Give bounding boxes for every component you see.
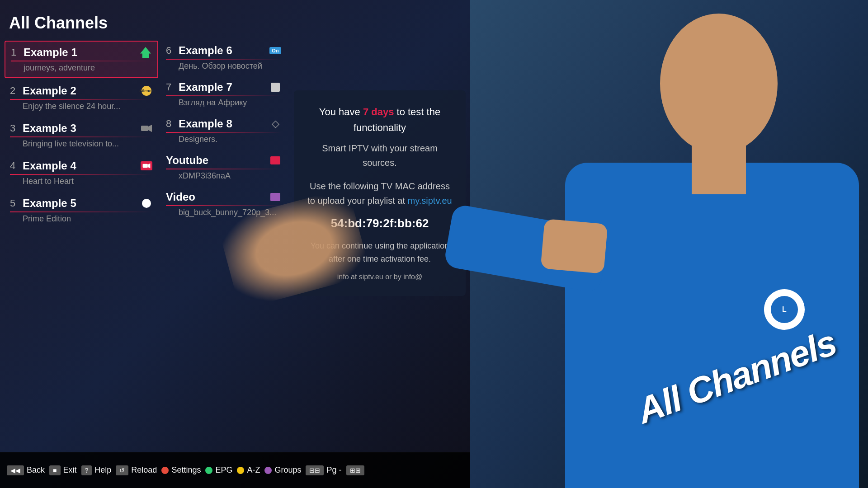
channel-divider-video	[166, 205, 282, 206]
channel-icon-7	[269, 83, 282, 92]
channel-icon-8: ◇	[269, 119, 282, 128]
channel-item-7[interactable]: 7 Example 7 Взгляд на Африку	[160, 77, 287, 111]
green-house-icon	[140, 47, 151, 58]
channel-icon-youtube	[269, 156, 282, 165]
white-square-icon	[271, 83, 280, 92]
channel-item-3[interactable]: 3 Example 3 Bringing live television to.…	[5, 117, 158, 153]
channel-icon-2: Silence	[140, 86, 153, 95]
toolbar-exit[interactable]: ■ Exit	[49, 465, 76, 475]
reload-btn-label: ↺	[116, 465, 128, 475]
subscribe-text: All Channels	[632, 322, 842, 432]
channel-desc-youtube: xDMP3i36naA	[166, 171, 282, 181]
channel-item-1[interactable]: 1 Example 1 journeys, adventure	[5, 41, 158, 78]
head-shape	[660, 14, 778, 154]
pgminus-btn-label: ⊟⊟	[306, 465, 324, 475]
help-label: Help	[94, 465, 111, 475]
channel-divider-youtube	[166, 169, 282, 169]
page-title: All Channels	[9, 14, 108, 33]
channel-icon-1	[139, 48, 152, 57]
toolbar-az[interactable]: A-Z	[237, 465, 260, 475]
person-area: All Channels L	[470, 0, 868, 488]
channel-name-1: Example 1	[24, 46, 77, 59]
reload-label: Reload	[131, 465, 157, 475]
epg-btn-dot	[205, 467, 212, 474]
svg-marker-3	[148, 163, 151, 168]
svg-rect-2	[143, 164, 148, 168]
channel-item-2[interactable]: 2 Example 2 Silence Enjoy the silence 24…	[5, 80, 158, 116]
channel-item-5[interactable]: 5 Example 5 Prime Edition	[5, 192, 158, 228]
channel-divider-6	[166, 59, 282, 60]
channel-number-1: 1	[11, 47, 20, 58]
circle-white-icon	[142, 199, 151, 208]
camera-red-icon	[142, 163, 151, 169]
channel-icon-4	[140, 161, 153, 170]
toolbar-back[interactable]: ◀◀ Back	[7, 465, 45, 475]
channel-number-2: 2	[10, 85, 19, 97]
toolbar-help[interactable]: ? Help	[81, 465, 112, 475]
groups-label: Groups	[274, 465, 301, 475]
blue-badge-icon: On	[269, 47, 281, 54]
neck-shape	[692, 140, 746, 194]
purple-box-icon	[270, 193, 280, 201]
channel-item-8[interactable]: 8 Example 8 ◇ Designers.	[160, 114, 287, 148]
channel-item-4[interactable]: 4 Example 4 Heart to Heart	[5, 155, 158, 191]
channel-icon-6: On	[269, 46, 282, 55]
channel-name-8: Example 8	[179, 117, 232, 130]
toolbar-reload[interactable]: ↺ Reload	[116, 465, 157, 475]
epg-label: EPG	[215, 465, 232, 475]
channel-item-6[interactable]: 6 Example 6 On День. Обзор новостей	[160, 41, 287, 75]
svg-rect-0	[141, 126, 148, 131]
channel-desc-4: Heart to Heart	[10, 177, 153, 186]
exit-btn-label: ■	[49, 465, 60, 475]
channel-divider-5	[10, 211, 153, 212]
channel-divider-7	[166, 95, 282, 96]
channel-name-5: Example 5	[23, 197, 76, 210]
channel-number-3: 3	[10, 122, 19, 134]
info-line2: Smart IPTV with your stream sources.	[305, 141, 454, 170]
az-label: A-Z	[247, 465, 260, 475]
channel-name-youtube: Youtube	[166, 154, 208, 167]
red-camera-icon	[141, 161, 152, 170]
info-line1: You have 7 days to test the functionalit…	[305, 104, 454, 136]
pgminus-label: Pg -	[326, 465, 341, 475]
left-channel-list: 1 Example 1 journeys, adventure 2 Exampl…	[5, 41, 158, 434]
channel-divider-4	[10, 174, 153, 175]
info-line3-text: Use the following TV MAC address	[310, 181, 450, 191]
channel-desc-6: День. Обзор новостей	[166, 61, 282, 71]
logo-inner: L	[771, 296, 798, 323]
logo-circle: L	[764, 289, 805, 330]
silence-icon: Silence	[142, 86, 151, 96]
toolbar-pg-plus[interactable]: ⊞⊞	[346, 465, 367, 475]
exit-label: Exit	[63, 465, 77, 475]
toolbar-groups[interactable]: Groups	[264, 465, 301, 475]
channel-name-4: Example 4	[23, 160, 76, 172]
channel-number-4: 4	[10, 160, 19, 172]
channel-icon-video	[269, 192, 282, 202]
help-btn-label: ?	[81, 465, 92, 475]
groups-btn-dot	[264, 467, 272, 474]
toolbar-pg-minus[interactable]: ⊟⊟ Pg -	[306, 465, 341, 475]
channel-divider-8	[166, 132, 282, 133]
toolbar-epg[interactable]: EPG	[205, 465, 232, 475]
channel-item-youtube[interactable]: Youtube xDMP3i36naA	[160, 150, 287, 184]
channel-icon-5	[140, 199, 153, 208]
red-box-icon	[270, 156, 280, 164]
toolbar-settings[interactable]: Settings	[161, 465, 201, 475]
back-label: Back	[27, 465, 45, 475]
channel-number-8: 8	[166, 118, 175, 130]
hand-shape	[540, 219, 608, 274]
channel-name-7: Example 7	[179, 81, 232, 94]
channel-desc-7: Взгляд на Африку	[166, 98, 282, 108]
channel-name-6: Example 6	[179, 44, 232, 57]
az-btn-dot	[237, 467, 244, 474]
channel-desc-8: Designers.	[166, 135, 282, 144]
channel-divider-2	[10, 99, 153, 100]
channel-number-6: 6	[166, 45, 175, 56]
back-btn-label: ◀◀	[7, 465, 24, 475]
channel-desc-3: Bringing live television to...	[10, 139, 153, 149]
channel-desc-2: Enjoy the silence 24 hour...	[10, 102, 153, 111]
channel-number-5: 5	[10, 197, 19, 209]
channel-desc-1: journeys, adventure	[11, 63, 152, 73]
settings-btn-dot	[161, 467, 169, 474]
channel-divider-1	[11, 61, 152, 61]
